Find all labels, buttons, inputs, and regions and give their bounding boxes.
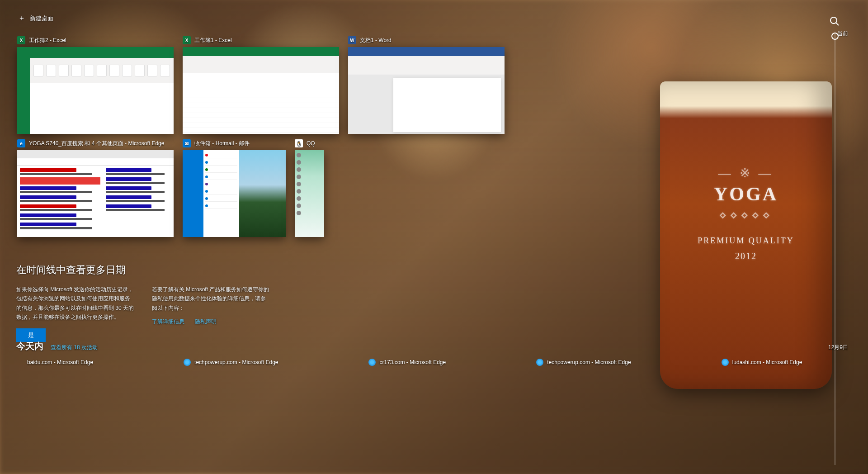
task-card-edge[interactable]: e YOGA S740_百度搜索 和 4 个其他页面 - Microsoft E…: [17, 139, 174, 237]
task-thumbnail: [295, 150, 324, 237]
task-thumbnail: [17, 47, 174, 134]
task-title: 工作簿1 - Excel: [194, 37, 232, 44]
timeline-date-label: 12月9日: [828, 344, 848, 351]
timeline-now-label: 当前: [837, 30, 848, 38]
edge-icon: [368, 359, 376, 366]
search-icon: [829, 16, 840, 27]
activity-item[interactable]: cr173.com - Microsoft Edge: [368, 359, 446, 366]
new-desktop-label: 新建桌面: [30, 14, 53, 23]
task-thumbnail: [183, 150, 286, 237]
view-all-activities-link[interactable]: 查看所有 18 次活动: [51, 344, 98, 351]
task-title: 收件箱 - Hotmail - 邮件: [194, 140, 250, 147]
edge-icon: [722, 359, 729, 366]
excel-icon: X: [17, 36, 25, 44]
svg-line-1: [836, 23, 839, 25]
task-card-mail[interactable]: ✉ 收件箱 - Hotmail - 邮件: [183, 139, 286, 237]
activity-item[interactable]: ludashi.com - Microsoft Edge: [722, 359, 802, 366]
learn-more-link[interactable]: 了解详细信息: [152, 318, 184, 325]
task-card-qq[interactable]: 🐧 QQ: [295, 139, 324, 237]
word-icon: W: [348, 36, 356, 44]
svg-point-0: [830, 17, 837, 24]
task-thumbnail: [348, 47, 505, 134]
excel-icon: X: [183, 36, 191, 44]
activity-item[interactable]: baidu.com - Microsoft Edge: [27, 359, 93, 366]
today-heading: 今天内: [16, 340, 43, 352]
edge-icon: e: [17, 139, 25, 147]
task-card-excel-1[interactable]: X 工作簿1 - Excel: [183, 36, 339, 134]
task-title: YOGA S740_百度搜索 和 4 个其他页面 - Microsoft Edg…: [29, 140, 164, 147]
task-title: QQ: [307, 140, 315, 147]
task-thumbnail: [17, 150, 174, 237]
search-button[interactable]: [829, 16, 840, 27]
privacy-link[interactable]: 隐私声明: [195, 318, 217, 325]
mail-icon: ✉: [183, 139, 191, 147]
activity-label: techpowerup.com - Microsoft Edge: [547, 359, 631, 365]
task-title: 文档1 - Word: [360, 37, 392, 44]
task-card-excel-2[interactable]: X 工作簿2 - Excel: [17, 36, 174, 134]
activity-label: ludashi.com - Microsoft Edge: [732, 359, 802, 365]
task-title: 工作簿2 - Excel: [29, 37, 66, 44]
timeline-rail[interactable]: [835, 32, 835, 465]
activity-item[interactable]: techpowerup.com - Microsoft Edge: [536, 359, 631, 366]
promo-text-1: 如果你选择向 Microsoft 发送你的活动历史记录，包括有关你浏览的网站以及…: [16, 286, 134, 320]
edge-icon: [184, 359, 191, 366]
activity-item[interactable]: techpowerup.com - Microsoft Edge: [184, 359, 278, 366]
today-section: 今天内 查看所有 18 次活动 baidu.com - Microsoft Ed…: [16, 340, 802, 366]
timeline-promo: 在时间线中查看更多日期 如果你选择向 Microsoft 发送你的活动历史记录，…: [16, 263, 269, 342]
plus-icon: ＋: [18, 14, 25, 23]
timeline-now-marker[interactable]: [831, 33, 839, 40]
new-desktop-button[interactable]: ＋ 新建桌面: [18, 14, 53, 23]
activity-label: baidu.com - Microsoft Edge: [27, 359, 93, 365]
activity-label: techpowerup.com - Microsoft Edge: [194, 359, 278, 365]
task-thumbnail: [183, 47, 339, 134]
activity-label: cr173.com - Microsoft Edge: [379, 359, 446, 365]
edge-icon: [536, 359, 543, 366]
task-card-word[interactable]: W 文档1 - Word: [348, 36, 505, 134]
qq-icon: 🐧: [295, 139, 303, 147]
promo-heading: 在时间线中查看更多日期: [16, 263, 269, 277]
promo-text-2: 若要了解有关 Microsoft 产品和服务如何遵守你的隐私使用此数据来个性化体…: [152, 286, 269, 311]
